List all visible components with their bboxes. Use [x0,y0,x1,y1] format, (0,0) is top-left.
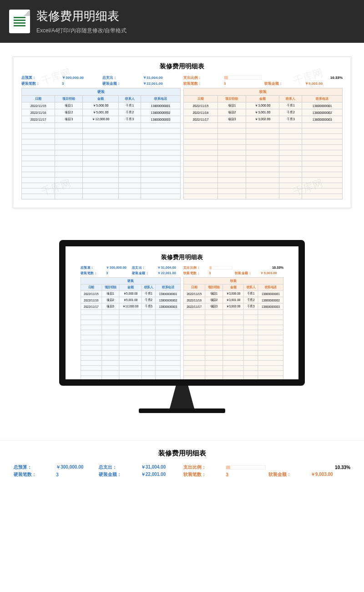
cell: 2022/11/17 [22,116,55,123]
soft-count-value: 3 [226,472,265,477]
table-row: ..... [22,172,181,178]
sheet-title: 装修费用明细表 [14,449,350,458]
table-row: ..... [183,335,283,340]
table-row: ..... [22,128,181,134]
cell: 13800000002 [156,297,181,303]
table-row: ..... [22,145,181,150]
monitor-stand [162,386,202,408]
hard-amount-value: ￥22,001.00 [141,471,181,478]
table-row: ..... [183,315,283,320]
table-row: ..... [183,366,283,371]
spreadsheet-preview: 装修费用明细表 总预算：￥300,000.00 总支出：￥31,004.00 支… [13,56,351,208]
page-title: 装修费用明细表 [36,8,126,24]
cell: 千库2 [279,109,302,116]
cell: ￥3,000.00 [246,102,279,109]
cell: 千库2 [142,297,156,303]
table-row: ..... [81,335,180,340]
table-row: ..... [184,134,343,139]
col-header: 联系人 [279,96,302,102]
table-row: ..... [183,355,283,360]
table-row: ..... [81,325,180,330]
table-row: ..... [22,156,181,161]
monitor-screen: 装修费用明细表 总预算：￥300,000.00 总支出：￥31,004.00 支… [59,240,305,386]
table-row: ..... [183,361,283,366]
cell: 2022/11/15 [22,102,55,109]
table-row: ..... [81,320,180,325]
table-row: ..... [183,310,283,315]
table-row: ..... [22,167,181,172]
cell: 千库3 [244,303,258,310]
budget-value: ￥300,000.00 [56,464,96,470]
col-header: 金额 [83,96,119,102]
cell: 2022/11/15 [184,102,218,109]
table-row: ..... [81,340,180,345]
table-row: ..... [22,183,181,189]
table-row: ..... [184,145,343,150]
cell: 2022/11/17 [81,303,101,310]
cell: 13800000003 [302,116,343,123]
cell: 13800000001 [156,291,181,297]
cell: 13800000001 [141,102,181,109]
hard-table: 硬装日期项目明细金额联系人联系电话2022/11/15项目1￥5,000.00千… [21,88,181,199]
table-row: ..... [183,340,283,345]
hard-table: 硬装日期项目明细金额联系人联系电话2022/11/15项目1￥5,000.00千… [81,277,181,381]
summary-grid: 总预算：￥300,000.00 总支出：￥31,004.00 支出比例： 10.… [21,75,343,86]
cell: 千库1 [244,291,258,297]
table-row: ..... [81,355,180,360]
ratio-bar [226,465,265,470]
section-header: 软装 [183,277,283,284]
table-row: ..... [81,315,180,320]
cell: ￥3,002.00 [222,303,243,310]
cell: 项目2 [205,297,222,303]
cell: 2022/11/16 [22,109,55,116]
table-row: ..... [22,178,181,183]
table-row: ..... [22,194,181,199]
table-row: ..... [184,161,343,167]
col-header: 项目明细 [217,96,246,102]
table-row: ..... [22,123,181,128]
cell: ￥5,001.00 [83,109,119,116]
cell: 项目1 [55,102,83,109]
cell: 2022/11/16 [183,297,205,303]
col-header: 日期 [183,284,205,291]
cell: ￥12,000.00 [83,116,119,123]
col-header: 日期 [81,284,101,291]
table-row: ..... [22,134,181,139]
section-header: 硬装 [22,88,181,96]
col-header: 联系电话 [156,284,181,291]
cell: 千库3 [142,303,156,310]
table-row: ..... [81,345,180,350]
tables-wrap: 硬装日期项目明细金额联系人联系电话2022/11/15项目1￥5,000.00千… [21,88,343,199]
table-row: 2022/11/16项目2￥3,001.00千库213800000002 [183,297,283,303]
cell: 13800000002 [141,109,181,116]
col-header: 金额 [246,96,279,102]
cell: 项目3 [55,116,83,123]
cell: 项目1 [101,291,119,297]
soft-amount-value: ￥9,003.00 [311,471,350,478]
cell: 13800000002 [302,109,343,116]
table-row: ..... [81,361,180,366]
table-row: ..... [183,320,283,325]
expense-value: ￥31,004.00 [141,464,181,470]
table-row: ..... [22,161,181,167]
summary-grid: 总预算：￥300,000.00 总支出：￥31,004.00 支出比例： 10.… [81,265,283,276]
table-row: ..... [184,172,343,178]
cell: 项目2 [101,297,119,303]
col-header: 金额 [119,284,142,291]
sheet-title: 装修费用明细表 [21,62,343,71]
col-header: 联系电话 [302,96,343,102]
cell: 13800000003 [258,303,283,310]
section-header: 软装 [184,88,343,96]
tables-wrap: 硬装日期项目明细金额联系人联系电话2022/11/15项目1￥5,000.00千… [81,277,283,381]
cell: 13800000002 [258,297,283,303]
soft-count-label: 软装笔数： [183,471,223,478]
hard-count-value: 3 [56,472,96,477]
table-row: ..... [184,189,343,194]
sheet-title: 装修费用明细表 [81,254,283,261]
cell: 项目2 [217,109,246,116]
table-row: ..... [184,194,343,199]
soft-table: 软装日期项目明细金额联系人联系电话2022/11/15项目1￥3,000.00千… [183,88,343,199]
col-header: 日期 [22,96,55,102]
section-header: 硬装 [81,277,180,284]
cell: 千库1 [142,291,156,297]
